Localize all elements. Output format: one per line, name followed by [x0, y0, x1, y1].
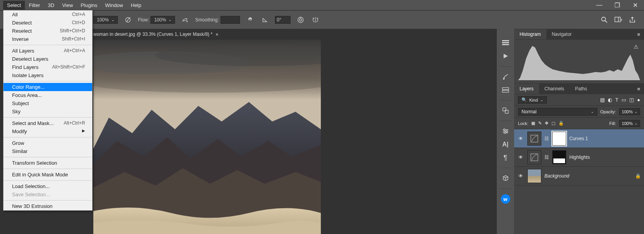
dock-color-icon[interactable]: [500, 37, 511, 48]
layer-row[interactable]: 👁 Background 🔒: [514, 167, 644, 185]
menu-item-similar[interactable]: Similar: [4, 147, 92, 155]
layer-thumbnail[interactable]: [527, 169, 541, 183]
menu-3d[interactable]: 3D: [44, 1, 58, 10]
minimize-button[interactable]: —: [590, 0, 608, 10]
layer-filter-kind[interactable]: 🔍Kind⌄: [518, 96, 547, 104]
layer-name[interactable]: Curves 1: [569, 136, 641, 141]
filter-shape-icon[interactable]: ▭: [621, 97, 626, 103]
menu-item-grow[interactable]: Grow: [4, 139, 92, 147]
layer-fill-field[interactable]: 100%⌄: [619, 120, 640, 127]
filter-toggle-icon[interactable]: ●: [637, 97, 640, 103]
angle-icon[interactable]: [260, 15, 270, 25]
document-tab[interactable]: woman in desert.jpg @ 33.3% (Curves 1, L…: [93, 32, 219, 37]
dock-clone-icon[interactable]: [500, 105, 511, 116]
menu-item-modify[interactable]: Modify▶: [4, 127, 92, 135]
airbrush-icon[interactable]: [180, 15, 190, 25]
svg-rect-17: [502, 90, 509, 92]
menu-select[interactable]: Select: [3, 1, 25, 10]
dock-paragraph-icon[interactable]: ¶: [500, 152, 511, 163]
lock-artboard-icon[interactable]: ▢: [551, 121, 555, 126]
lock-position-icon[interactable]: ✥: [545, 121, 548, 126]
dock-3d-icon[interactable]: [500, 173, 511, 184]
search-icon[interactable]: [600, 15, 609, 25]
tab-navigator[interactable]: Navigator: [546, 29, 577, 39]
filter-adjust-icon[interactable]: ◐: [608, 97, 612, 103]
menu-view[interactable]: View: [58, 1, 77, 10]
pressure-size-icon[interactable]: [296, 15, 305, 25]
symmetry-icon[interactable]: [311, 15, 320, 25]
visibility-icon[interactable]: 👁: [517, 136, 524, 141]
link-mask-icon[interactable]: ⛓: [544, 155, 549, 160]
tab-channels[interactable]: Channels: [539, 84, 570, 94]
menu-item-find-layers[interactable]: Find LayersAlt+Shift+Ctrl+F: [4, 63, 92, 71]
menu-item-subject[interactable]: Subject: [4, 99, 92, 107]
menu-item-all[interactable]: AllCtrl+A: [4, 11, 92, 19]
smoothing-options-icon[interactable]: [245, 15, 255, 25]
lock-image-icon[interactable]: ✎: [538, 121, 542, 126]
menu-item-sky[interactable]: Sky: [4, 107, 92, 116]
dock-character-icon[interactable]: A|: [500, 139, 511, 150]
menu-filter[interactable]: Filter: [25, 1, 44, 10]
menu-item-deselect[interactable]: DeselectCtrl+D: [4, 19, 92, 27]
layer-mask-thumbnail[interactable]: [552, 132, 566, 146]
layer-opacity-field[interactable]: 100%⌄: [619, 108, 640, 115]
svg-rect-19: [505, 110, 508, 113]
opacity-field[interactable]: 100%⌄: [93, 16, 118, 24]
blend-mode-dropdown[interactable]: Normal⌄: [518, 108, 597, 116]
menu-item-select-and-mask[interactable]: Select and Mask...Alt+Ctrl+R: [4, 119, 92, 127]
layer-name[interactable]: Background: [544, 173, 632, 179]
pressure-opacity-icon[interactable]: [123, 15, 133, 25]
smoothing-field[interactable]: [220, 16, 240, 24]
menu-window[interactable]: Window: [101, 1, 127, 10]
filter-smart-icon[interactable]: ◫: [629, 97, 634, 103]
maximize-button[interactable]: ❐: [608, 0, 626, 10]
canvas[interactable]: [93, 40, 321, 234]
filter-pixels-icon[interactable]: ▧: [600, 97, 605, 103]
workspace-icon[interactable]: [614, 15, 623, 25]
menu-item-color-range[interactable]: Color Range...: [4, 83, 92, 91]
menu-help[interactable]: Help: [127, 1, 145, 10]
tab-paths[interactable]: Paths: [570, 84, 593, 94]
layer-row[interactable]: 👁 ⛓ Curves 1: [514, 129, 644, 148]
share-icon[interactable]: [628, 15, 637, 25]
lock-all-icon[interactable]: 🔒: [558, 121, 564, 126]
tab-histogram[interactable]: Histogram: [514, 29, 546, 39]
layer-thumbnail[interactable]: [527, 150, 541, 164]
close-button[interactable]: ✕: [626, 0, 644, 10]
dock-brush-icon[interactable]: [500, 71, 511, 82]
layer-mask-thumbnail[interactable]: [552, 150, 566, 164]
menu-item-save-selection[interactable]: Save Selection...: [4, 190, 92, 199]
menu-plugins[interactable]: Plugins: [77, 1, 102, 10]
menu-item-all-layers[interactable]: All LayersAlt+Ctrl+A: [4, 47, 92, 55]
dock-libraries-icon[interactable]: w: [500, 194, 511, 204]
dock-swatches-icon[interactable]: [500, 84, 511, 95]
menu-item-reselect[interactable]: ReselectShift+Ctrl+D: [4, 27, 92, 35]
menu-item-load-selection[interactable]: Load Selection...: [4, 182, 92, 190]
angle-field[interactable]: 0°: [275, 16, 290, 24]
link-mask-icon[interactable]: ⛓: [544, 136, 549, 141]
layer-name[interactable]: Highlights: [569, 155, 641, 160]
menu-item-focus-area[interactable]: Focus Area...: [4, 91, 92, 99]
menu-item-new-3d-extrusion[interactable]: New 3D Extrusion: [4, 202, 92, 210]
layers-blend-row: Normal⌄ Opacity: 100%⌄: [514, 106, 644, 118]
close-tab-icon[interactable]: ×: [215, 32, 219, 37]
histogram-warning-icon[interactable]: ⚠: [634, 44, 639, 50]
lock-transparency-icon[interactable]: ▦: [531, 121, 535, 126]
layer-thumbnail[interactable]: [527, 132, 541, 146]
layers-panel-menu-icon[interactable]: ≡: [633, 86, 644, 92]
menu-item-inverse[interactable]: InverseShift+Ctrl+I: [4, 35, 92, 43]
dock-adjustments-icon[interactable]: [500, 126, 511, 137]
menu-item-deselect-layers[interactable]: Deselect Layers: [4, 55, 92, 63]
filter-type-icon[interactable]: T: [615, 97, 618, 103]
menu-item-isolate-layers[interactable]: Isolate Layers: [4, 71, 92, 79]
flow-field[interactable]: 100%⌄: [150, 16, 175, 24]
visibility-icon[interactable]: 👁: [517, 173, 524, 179]
menu-item-transform-selection[interactable]: Transform Selection: [4, 159, 92, 167]
visibility-icon[interactable]: 👁: [517, 155, 524, 160]
layer-row[interactable]: 👁 ⛓ Highlights: [514, 148, 644, 167]
menu-item-edit-in-quick-mask-mode[interactable]: Edit in Quick Mask Mode: [4, 171, 92, 179]
panel-menu-icon[interactable]: ≡: [633, 32, 644, 37]
tab-layers[interactable]: Layers: [514, 84, 539, 94]
options-bar: 100%⌄ Flow: 100%⌄ Smoothing: 0°: [0, 10, 644, 29]
dock-play-icon[interactable]: [500, 51, 511, 62]
